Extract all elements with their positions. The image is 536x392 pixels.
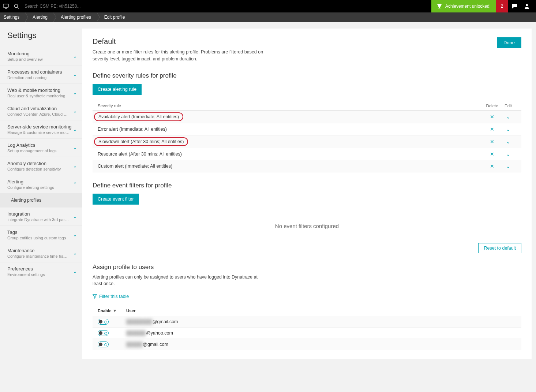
enable-toggle[interactable] [98, 341, 109, 347]
sidebar-item-sub: Group entities using custom tags [7, 236, 66, 240]
chevron-down-icon: ⌄ [73, 145, 77, 150]
trophy-icon [436, 3, 442, 9]
sidebar-item-label: Preferences [7, 266, 45, 272]
chat-icon[interactable] [508, 0, 521, 12]
chevron-down-icon: ⌄ [73, 163, 77, 169]
severity-rule-row: Custom alert (Immediate; All entities)✕⌄ [93, 160, 521, 172]
sidebar-item-label: Anomaly detection [7, 161, 61, 166]
severity-rule-row: Slowdown alert (After 30 mins; All entit… [93, 135, 521, 148]
assign-description: Alerting profiles can only be assigned t… [93, 274, 268, 288]
achievement-banner[interactable]: Achievement unlocked! [431, 0, 496, 12]
sidebar-item-alerting[interactable]: AlertingConfigure alerting settings⌄ [0, 175, 82, 193]
severity-heading: Define severity rules for profile [93, 72, 521, 79]
chevron-down-icon: ⌄ [73, 213, 77, 219]
notification-badge[interactable]: 2 [496, 0, 508, 12]
sidebar-item-label: Monitoring [7, 51, 43, 56]
sidebar-item-label: Integration [7, 211, 70, 217]
breadcrumb: Settings Alerting Alerting profiles Edit… [0, 12, 536, 22]
sidebar-item-sub: Integrate Dynatrace with 3rd party syste… [7, 217, 70, 222]
create-event-filter-button[interactable]: Create event filter [93, 194, 139, 205]
chevron-down-icon: ⌄ [73, 126, 77, 132]
delete-rule-button[interactable]: ✕ [484, 163, 500, 169]
create-alerting-rule-button[interactable]: Create alerting rule [93, 84, 142, 95]
no-filters-message: No event filters configured [93, 205, 521, 240]
col-severity-rule: Severity rule [98, 104, 484, 108]
severity-rule-row: Resource alert (After 30 mins; All entit… [93, 148, 521, 160]
sidebar-item-web-mobile-monitoring[interactable]: Web & mobile monitoringReal user & synth… [0, 83, 82, 102]
user-row: ██████@yahoo.com [93, 328, 521, 339]
assign-heading: Assign profile to users [93, 264, 521, 271]
user-email: █████@gmail.com [126, 342, 168, 347]
expand-rule-button[interactable]: ⌄ [500, 139, 516, 145]
sidebar-item-label: Alerting [7, 179, 54, 184]
user-email: ████████@gmail.com [126, 319, 178, 324]
reset-to-default-button[interactable]: Reset to default [478, 243, 521, 253]
expand-rule-button[interactable]: ⌄ [500, 163, 516, 169]
crumb-edit-profile[interactable]: Edit profile [97, 12, 131, 22]
crumb-alerting[interactable]: Alerting [25, 12, 53, 22]
chevron-down-icon: ⌄ [73, 181, 77, 187]
svg-line-3 [18, 7, 19, 8]
sidebar-item-sub: Setup and overview [7, 57, 43, 61]
filters-heading: Define event filters for profile [93, 182, 521, 189]
delete-rule-button[interactable]: ✕ [484, 139, 500, 145]
sidebar-item-integration[interactable]: IntegrationIntegrate Dynatrace with 3rd … [0, 207, 82, 225]
sidebar-item-cloud-and-virtualization[interactable]: Cloud and virtualizationConnect vCenter,… [0, 102, 82, 120]
col-edit: Edit [500, 104, 516, 108]
chevron-down-icon: ⌄ [73, 250, 77, 256]
sidebar-item-anomaly-detection[interactable]: Anomaly detectionConfigure detection sen… [0, 157, 82, 175]
sidebar-item-server-side-service-monitoring[interactable]: Server-side service monitoringManage & c… [0, 120, 82, 138]
sidebar-item-processes-and-containers[interactable]: Processes and containersDetection and na… [0, 65, 82, 83]
col-user[interactable]: User [126, 309, 136, 313]
svg-point-2 [15, 4, 18, 7]
sidebar-item-log-analytics[interactable]: Log AnalyticsSet up management of logs⌄ [0, 138, 82, 157]
col-enable[interactable]: Enable ▼ [98, 309, 126, 313]
expand-rule-button[interactable]: ⌄ [500, 114, 516, 120]
sidebar-item-label: Cloud and virtualization [7, 106, 70, 111]
sidebar-item-tags[interactable]: TagsGroup entities using custom tags⌄ [0, 225, 82, 244]
sidebar-item-sub: Manage & customize service monitoring [7, 130, 70, 135]
delete-rule-button[interactable]: ✕ [484, 114, 500, 120]
svg-rect-0 [3, 4, 8, 7]
delete-rule-button[interactable]: ✕ [484, 126, 500, 132]
crumb-alerting-profiles[interactable]: Alerting profiles [53, 12, 97, 22]
severity-rule-row: Error alert (Immediate; All entities)✕⌄ [93, 123, 521, 135]
search-icon[interactable] [14, 4, 19, 9]
page-title: Default [93, 37, 268, 46]
users-table-header: Enable ▼ User [93, 306, 521, 316]
search-input[interactable]: Search CSM PE: vth51258... [25, 4, 80, 9]
user-row: █████@gmail.com [93, 339, 521, 350]
crumb-settings[interactable]: Settings [0, 12, 25, 22]
sidebar: Settings MonitoringSetup and overview⌄Pr… [0, 22, 82, 366]
delete-rule-button[interactable]: ✕ [484, 151, 500, 157]
sidebar-subitem-alerting-profiles[interactable]: Alerting profiles [0, 193, 82, 207]
done-button[interactable]: Done [497, 37, 521, 48]
sidebar-item-label: Processes and containers [7, 69, 62, 75]
filter-icon [93, 294, 97, 299]
sidebar-item-sub: Connect vCenter, Azure, Cloud Foundry o.… [7, 112, 70, 116]
svg-point-4 [526, 4, 528, 6]
user-email: ██████@yahoo.com [126, 331, 173, 336]
sidebar-item-sub: Real user & synthetic monitoring [7, 94, 65, 98]
chevron-down-icon: ⌄ [73, 108, 77, 114]
filter-table-link[interactable]: Filter this table [93, 294, 521, 299]
col-delete: Delete [484, 104, 500, 108]
user-icon[interactable] [521, 0, 533, 12]
rule-text: Slowdown alert (After 30 mins; All entit… [98, 138, 484, 145]
expand-rule-button[interactable]: ⌄ [500, 151, 516, 157]
sidebar-item-sub: Configure alerting settings [7, 185, 54, 190]
top-bar: Search CSM PE: vth51258... Achievement u… [0, 0, 536, 12]
sidebar-item-preferences[interactable]: PreferencesEnvironment settings⌄ [0, 262, 82, 280]
enable-toggle[interactable] [98, 330, 109, 336]
main-panel: Default Create one or more filter rules … [82, 29, 532, 359]
expand-rule-button[interactable]: ⌄ [500, 126, 516, 132]
sidebar-item-sub: Set up management of logs [7, 149, 57, 153]
sidebar-item-maintenance[interactable]: MaintenanceConfigure maintenance time fr… [0, 244, 82, 262]
user-row: ████████@gmail.com [93, 316, 521, 328]
chevron-down-icon: ⌄ [73, 90, 77, 96]
rule-text: Error alert (Immediate; All entities) [98, 127, 484, 132]
chevron-down-icon: ⌄ [73, 71, 77, 77]
enable-toggle[interactable] [98, 319, 109, 325]
sidebar-item-monitoring[interactable]: MonitoringSetup and overview⌄ [0, 47, 82, 65]
monitor-icon[interactable] [3, 4, 9, 9]
